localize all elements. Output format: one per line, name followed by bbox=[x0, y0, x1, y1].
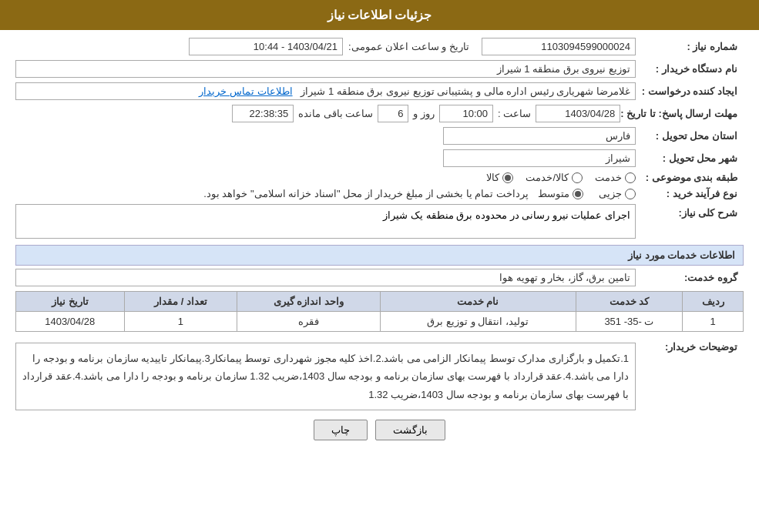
service-table: ردیف کد خدمت نام خدمت واحد اندازه گیری ت… bbox=[15, 291, 744, 332]
city-value: شیراز bbox=[443, 149, 636, 167]
process-options: جزیی متوسط bbox=[538, 188, 636, 199]
radio-motoset-label: متوسط bbox=[538, 188, 569, 199]
creator-row: ایجاد کننده درخواست : غلامرضا شهریاری رئ… bbox=[15, 82, 744, 100]
province-row: استان محل تحویل : فارس bbox=[15, 127, 744, 145]
process-description: پرداخت تمام یا بخشی از مبلغ خریدار از مح… bbox=[15, 188, 538, 199]
page-wrapper: جزئیات اطلاعات نیاز شماره نیاز : 1103094… bbox=[0, 0, 759, 532]
buttons-row: بازگشت چاپ bbox=[15, 420, 744, 440]
category-row: طبقه بندی موضوعی : خدمت کالا/خدمت کالا bbox=[15, 172, 744, 183]
radio-kala-khadamat-label: کالا/خدمت bbox=[526, 172, 569, 183]
service-group-value: تامین برق، گاز، بخار و تهویه هوا bbox=[15, 269, 636, 286]
radio-jozi-label: جزیی bbox=[599, 188, 622, 199]
need-number-label: شماره نیاز : bbox=[636, 41, 744, 52]
days-label: روز و bbox=[413, 108, 435, 119]
radio-kala-khadamat[interactable]: کالا/خدمت bbox=[526, 172, 583, 183]
notes-box: 1.تکمیل و بارگزاری مدارک توسط پیمانکار ا… bbox=[15, 343, 636, 410]
service-info-header: اطلاعات خدمات مورد نیاز bbox=[15, 245, 744, 266]
creator-value: غلامرضا شهریاری رئیس اداره مالی و پشتیبا… bbox=[15, 82, 636, 100]
category-radio-group: خدمت کالا/خدمت کالا bbox=[15, 172, 636, 183]
need-number-value: 1103094599000024 bbox=[482, 38, 636, 55]
time-label: ساعت : bbox=[498, 108, 531, 119]
radio-jozi-circle bbox=[625, 189, 636, 199]
buyer-name-row: نام دستگاه خریدار : توزیع نیروی برق منطق… bbox=[15, 60, 744, 78]
announce-label: تاریخ و ساعت اعلان عمومی: bbox=[343, 41, 482, 52]
deadline-row: مهلت ارسال پاسخ: تا تاریخ : 1403/04/28 س… bbox=[15, 105, 744, 122]
table-row: 1ت -35- 351تولید، انتقال و توزیع برقفقره… bbox=[16, 312, 744, 332]
col-header-qty: تعداد / مقدار bbox=[124, 292, 237, 312]
radio-jozi[interactable]: جزیی bbox=[599, 188, 636, 199]
city-row: شهر محل تحویل : شیراز bbox=[15, 149, 744, 167]
page-title: جزئیات اطلاعات نیاز bbox=[327, 8, 432, 22]
category-label: طبقه بندی موضوعی : bbox=[636, 172, 744, 183]
back-button[interactable]: بازگشت bbox=[375, 420, 445, 440]
radio-kala-circle bbox=[502, 172, 513, 183]
deadline-time: 10:00 bbox=[439, 105, 493, 122]
remaining-value: 22:38:35 bbox=[232, 105, 294, 122]
need-description-row: شرح کلی نیاز: bbox=[15, 204, 744, 239]
remaining-label: ساعت باقی مانده bbox=[298, 108, 373, 119]
notes-label: توضیحات خریدار: bbox=[636, 338, 744, 353]
radio-kala-label: کالا bbox=[486, 172, 499, 183]
col-header-unit: واحد اندازه گیری bbox=[237, 292, 380, 312]
col-header-code: کد خدمت bbox=[576, 292, 683, 312]
service-group-row: گروه خدمت: تامین برق، گاز، بخار و تهویه … bbox=[15, 269, 744, 286]
province-value: فارس bbox=[443, 127, 636, 145]
radio-khadamat-label: خدمت bbox=[595, 172, 622, 183]
radio-motoset-circle bbox=[573, 189, 583, 199]
print-button[interactable]: چاپ bbox=[314, 420, 368, 440]
contact-link[interactable]: اطلاعات تماس خریدار bbox=[199, 85, 292, 97]
service-group-label: گروه خدمت: bbox=[636, 272, 744, 283]
need-description-label: شرح کلی نیاز: bbox=[636, 204, 744, 219]
province-label: استان محل تحویل : bbox=[636, 130, 744, 142]
radio-khadamat[interactable]: خدمت bbox=[595, 172, 636, 183]
buyer-name-value: توزیع نیروی برق منطقه 1 شیراز bbox=[15, 60, 636, 78]
content-area: شماره نیاز : 1103094599000024 تاریخ و سا… bbox=[0, 30, 759, 456]
days-value: 6 bbox=[378, 105, 408, 122]
need-description-textarea[interactable] bbox=[15, 204, 636, 239]
need-number-row: شماره نیاز : 1103094599000024 تاریخ و سا… bbox=[15, 38, 744, 55]
process-row: نوع فرآیند خرید : جزیی متوسط پرداخت تمام… bbox=[15, 188, 744, 199]
radio-kala[interactable]: کالا bbox=[486, 172, 513, 183]
page-header: جزئیات اطلاعات نیاز bbox=[0, 0, 759, 30]
deadline-date: 1403/04/28 bbox=[536, 105, 620, 122]
deadline-label: مهلت ارسال پاسخ: تا تاریخ : bbox=[620, 108, 744, 119]
notes-text: 1.تکمیل و بارگزاری مدارک توسط پیمانکار ا… bbox=[22, 353, 629, 400]
radio-khadamat-circle bbox=[625, 172, 636, 183]
col-header-name: نام خدمت bbox=[380, 292, 576, 312]
col-header-date: تاریخ نیاز bbox=[16, 292, 125, 312]
radio-motoset[interactable]: متوسط bbox=[538, 188, 583, 199]
radio-kala-khadamat-circle bbox=[572, 172, 583, 183]
col-header-rownum: ردیف bbox=[683, 292, 744, 312]
table-header-row: ردیف کد خدمت نام خدمت واحد اندازه گیری ت… bbox=[16, 292, 744, 312]
notes-row: توضیحات خریدار: 1.تکمیل و بارگزاری مدارک… bbox=[15, 338, 744, 410]
announce-value: 1403/04/21 - 10:44 bbox=[189, 38, 343, 55]
deadline-fields: 1403/04/28 ساعت : 10:00 روز و 6 ساعت باق… bbox=[15, 105, 620, 122]
buyer-name-label: نام دستگاه خریدار : bbox=[636, 63, 744, 75]
creator-label: ایجاد کننده درخواست : bbox=[636, 85, 744, 97]
process-label: نوع فرآیند خرید : bbox=[636, 188, 744, 199]
city-label: شهر محل تحویل : bbox=[636, 152, 744, 164]
